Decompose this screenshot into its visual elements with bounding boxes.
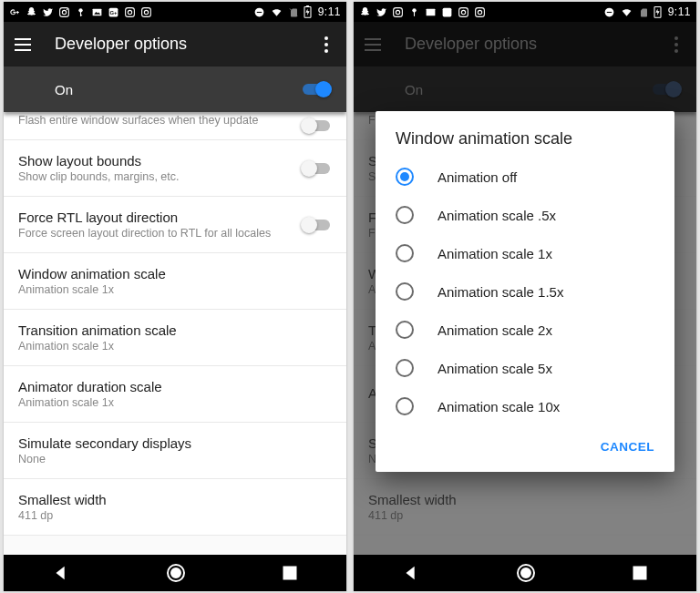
row-switch[interactable] xyxy=(301,117,332,135)
nav-recent-icon[interactable] xyxy=(281,564,299,582)
animation-scale-dialog: Window animation scale Animation offAnim… xyxy=(376,111,674,472)
settings-row[interactable]: Force RTL layout directionForce screen l… xyxy=(4,197,346,253)
dnd-icon xyxy=(603,6,615,18)
radio-icon xyxy=(396,168,414,186)
svg-marker-19 xyxy=(305,9,309,16)
svg-point-30 xyxy=(461,10,465,14)
radio-option[interactable]: Animation scale .5x xyxy=(376,196,674,234)
radio-label: Animation off xyxy=(438,169,517,185)
key-icon xyxy=(408,6,420,18)
photo-icon xyxy=(425,6,437,18)
status-bar: G+ 9:11 xyxy=(4,2,346,22)
no-sim-icon xyxy=(288,6,299,18)
nav-recent-icon[interactable] xyxy=(631,564,649,582)
nav-back-icon[interactable] xyxy=(401,563,421,583)
nav-home-icon[interactable] xyxy=(165,562,187,584)
row-subtitle: Animation scale 1x xyxy=(18,340,332,353)
svg-rect-6 xyxy=(93,8,102,15)
instagram-icon xyxy=(58,6,70,18)
settings-row[interactable]: Flash entire window surfaces when they u… xyxy=(4,112,346,140)
instagram3-icon xyxy=(474,6,486,18)
radio-option[interactable]: Animation scale 5x xyxy=(376,349,674,387)
nav-home-icon[interactable] xyxy=(515,562,537,584)
radio-option[interactable]: Animation scale 10x xyxy=(376,387,674,425)
dnd-icon xyxy=(253,6,265,18)
svg-point-11 xyxy=(128,10,131,14)
svg-point-38 xyxy=(521,568,530,578)
radio-label: Animation scale 5x xyxy=(438,361,552,376)
svg-rect-18 xyxy=(306,5,309,6)
nav-bar xyxy=(4,555,346,591)
snapchat-icon xyxy=(26,6,37,18)
twitter-icon xyxy=(42,6,54,18)
radio-option[interactable]: Animation scale 1.5x xyxy=(376,272,674,311)
row-title: Smallest width xyxy=(18,492,332,507)
svg-point-1 xyxy=(62,10,66,14)
master-switch-label: On xyxy=(55,82,73,97)
status-icons-right: 9:11 xyxy=(253,5,341,18)
radio-group: Animation offAnimation scale .5xAnimatio… xyxy=(376,158,674,425)
row-title: Transition animation scale xyxy=(18,322,332,338)
radio-icon xyxy=(396,244,414,262)
master-switch-row[interactable]: On xyxy=(4,66,346,112)
settings-row[interactable]: Animator duration scaleAnimation scale 1… xyxy=(4,366,346,423)
svg-rect-22 xyxy=(284,567,296,578)
row-subtitle: Force screen layout direction to RTL for… xyxy=(18,227,332,240)
settings-row[interactable]: Simulate secondary displaysNone xyxy=(4,423,346,479)
svg-point-32 xyxy=(478,10,481,14)
radio-label: Animation scale 2x xyxy=(438,322,552,338)
radio-option[interactable]: Animation scale 2x xyxy=(376,311,674,349)
radio-icon xyxy=(396,397,414,415)
status-clock: 9:11 xyxy=(318,5,341,18)
nav-bar xyxy=(354,555,696,591)
settings-row[interactable]: Show layout boundsShow clip bounds, marg… xyxy=(4,140,346,197)
row-subtitle: None xyxy=(18,453,332,465)
hamburger-icon[interactable] xyxy=(15,35,35,55)
row-subtitle: Flash entire window surfaces when they u… xyxy=(18,114,332,127)
radio-icon xyxy=(396,206,414,224)
row-title: Window animation scale xyxy=(18,266,332,281)
nav-back-icon[interactable] xyxy=(51,563,71,583)
svg-rect-29 xyxy=(459,7,468,16)
row-title: Force RTL layout direction xyxy=(18,210,332,225)
dialog-actions: CANCEL xyxy=(376,425,674,465)
svg-point-21 xyxy=(171,568,180,578)
svg-rect-34 xyxy=(606,11,611,12)
radio-label: Animation scale 10x xyxy=(438,399,560,414)
row-switch[interactable] xyxy=(301,216,332,234)
settings-row[interactable]: Window animation scaleAnimation scale 1x xyxy=(4,253,346,310)
instagram2-icon xyxy=(124,6,136,18)
svg-point-25 xyxy=(412,8,416,12)
snapchat-icon xyxy=(359,6,371,18)
row-subtitle: Animation scale 1x xyxy=(18,396,332,409)
radio-option[interactable]: Animation off xyxy=(376,158,674,196)
svg-point-3 xyxy=(78,8,82,12)
svg-marker-36 xyxy=(655,9,659,16)
svg-rect-10 xyxy=(126,7,135,16)
svg-rect-27 xyxy=(427,8,436,15)
row-title: Animator duration scale xyxy=(18,379,332,394)
row-subtitle: Animation scale 1x xyxy=(18,283,332,296)
overflow-menu-icon[interactable] xyxy=(317,36,335,53)
row-title: Simulate secondary displays xyxy=(18,435,332,451)
status-icons-left xyxy=(359,6,486,18)
gplus-icon xyxy=(9,6,21,18)
status-bar: 9:11 xyxy=(354,2,696,22)
instagram3-icon xyxy=(140,6,152,18)
radio-option[interactable]: Animation scale 1x xyxy=(376,234,674,272)
settings-row[interactable]: Transition animation scaleAnimation scal… xyxy=(4,310,346,366)
settings-row[interactable]: Smallest width411 dp xyxy=(4,479,346,536)
twitter-icon xyxy=(376,6,387,18)
key-icon xyxy=(75,6,87,18)
svg-rect-15 xyxy=(256,11,261,12)
cancel-button[interactable]: CANCEL xyxy=(593,435,662,459)
no-sim-icon xyxy=(638,6,649,18)
svg-point-13 xyxy=(144,10,148,14)
battery-icon xyxy=(654,5,662,18)
row-switch[interactable] xyxy=(301,159,332,178)
settings-list[interactable]: Flash entire window surfaces when they u… xyxy=(4,112,346,555)
svg-point-2 xyxy=(67,8,67,9)
svg-rect-26 xyxy=(414,11,415,15)
master-switch[interactable] xyxy=(301,80,332,98)
instagram-icon xyxy=(392,6,404,18)
